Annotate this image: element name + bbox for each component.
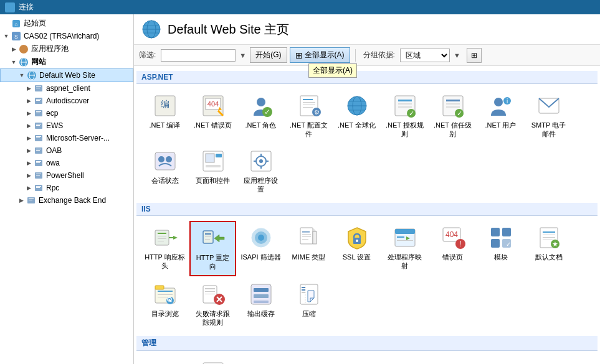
sidebar-item-sites[interactable]: ▼网站 xyxy=(0,55,133,68)
expand-arrow-defaultweb[interactable]: ▼ xyxy=(18,72,26,79)
svg-rect-135 xyxy=(543,231,555,233)
svg-rect-13 xyxy=(36,88,40,88)
icon-img-compress xyxy=(297,282,321,307)
icon-item-compress[interactable]: 压缩 xyxy=(285,278,332,332)
svg-rect-114 xyxy=(302,231,310,233)
icon-item-net-user[interactable]: i.NET 用户 xyxy=(477,89,524,143)
title-bar: 连接 xyxy=(0,0,600,14)
svg-rect-69 xyxy=(398,103,412,105)
icon-label-output-cache: 输出缓存 xyxy=(247,309,275,318)
icon-item-handler[interactable]: 处理程序映射 xyxy=(381,221,428,276)
expand-arrow-rpc[interactable]: ▶ xyxy=(25,184,32,192)
icon-item-net-global[interactable]: .NET 全球化 xyxy=(333,89,380,143)
sidebar-item-exchange[interactable]: ▶Exchange Back End xyxy=(0,194,133,207)
groupby-select[interactable]: 区域 xyxy=(400,49,450,62)
sidebar-label-ecp: ecp xyxy=(46,109,58,118)
icon-item-http-redirect[interactable]: HTTP 重定向 xyxy=(189,221,236,276)
page-header-icon xyxy=(141,19,161,39)
sidebar-item-ecp[interactable]: ▶ecp xyxy=(0,107,133,119)
icon-item-app-settings[interactable]: 应用程序设置 xyxy=(237,144,284,198)
sidebar-item-autodiscover[interactable]: ▶Autodiscover xyxy=(0,95,133,107)
expand-arrow-sites[interactable]: ▼ xyxy=(10,58,17,66)
expand-arrow-oab[interactable]: ▶ xyxy=(25,147,32,154)
content-area: Default Web Site 主页 筛选: ▼ 开始(G) ⊞ 全部显示(A… xyxy=(134,14,600,364)
svg-rect-98 xyxy=(158,233,166,234)
icon-item-smtp[interactable]: SMTP 电子邮件 xyxy=(525,89,572,143)
icon-img-dir-browse xyxy=(153,282,178,307)
start-button[interactable]: 开始(G) xyxy=(250,47,287,63)
icon-item-net-error[interactable]: 404.NET 错误页 xyxy=(189,89,236,143)
icon-item-config-editor[interactable]: 配置编辑器 xyxy=(189,356,236,364)
icon-item-mime[interactable]: MIME 类型 xyxy=(285,221,332,276)
svg-point-4 xyxy=(19,45,28,54)
groupby-label: 分组依据: xyxy=(363,50,395,60)
expand-arrow-powershell[interactable]: ▶ xyxy=(25,172,32,179)
tooltip: 全部显示(A) xyxy=(308,63,357,78)
svg-rect-40 xyxy=(29,200,32,200)
icon-label-net-config: .NET 配置文件 xyxy=(288,121,329,139)
expand-arrow-owa[interactable]: ▶ xyxy=(25,159,32,167)
icon-item-error-page[interactable]: 404!错误页 xyxy=(429,221,476,276)
sidebar-item-aspnet_client[interactable]: ▶aspnet_client xyxy=(0,82,133,95)
expand-arrow-ecp[interactable]: ▶ xyxy=(25,110,32,117)
expand-arrow-ews[interactable]: ▶ xyxy=(25,122,32,129)
icon-img-isapi xyxy=(249,225,274,250)
svg-point-119 xyxy=(356,240,358,242)
show-all-label: 全部显示(A) xyxy=(305,50,345,60)
icon-item-pages-controls[interactable]: 页面和控件 xyxy=(189,144,236,198)
icon-item-net-trust[interactable]: ✓.NET 信任级别 xyxy=(429,89,476,143)
expand-arrow-start[interactable] xyxy=(2,20,10,27)
expand-arrow-autodiscover[interactable]: ▶ xyxy=(25,97,32,105)
sidebar-item-microsoft[interactable]: ▶Microsoft-Server-... xyxy=(0,132,133,144)
svg-rect-159 xyxy=(254,301,269,303)
svg-rect-117 xyxy=(302,239,308,240)
expand-arrow-microsoft[interactable]: ▶ xyxy=(25,134,32,142)
sidebar-item-owa[interactable]: ▶owa xyxy=(0,157,133,169)
icon-label-net-compile: .NET 编译 xyxy=(150,121,181,129)
icon-item-modules[interactable]: ✓模块 xyxy=(477,221,524,276)
icon-item-failed-req[interactable]: 失败请求跟踪规则 xyxy=(189,278,236,332)
sidebar-item-cas02[interactable]: ▼SCAS02 (TRSA\richard) xyxy=(0,30,133,42)
icon-item-output-cache[interactable]: 输出缓存 xyxy=(237,278,284,332)
icon-label-session: 会话状态 xyxy=(151,176,179,185)
icon-item-net-role[interactable]: ✓.NET 角色 xyxy=(237,89,284,143)
view-icon-button[interactable]: ⊞ xyxy=(467,48,482,63)
icon-label-isapi: ISAPI 筛选器 xyxy=(240,253,280,261)
sidebar-icon-powershell xyxy=(34,170,44,180)
sidebar-icon-aspnet_client xyxy=(34,83,44,93)
show-all-button[interactable]: ⊞ 全部显示(A) xyxy=(290,47,350,63)
sidebar-label-autodiscover: Autodiscover xyxy=(46,96,89,105)
svg-rect-158 xyxy=(254,294,269,298)
svg-rect-163 xyxy=(302,289,305,291)
icon-img-handler xyxy=(393,225,417,250)
expand-arrow-aspnet_client[interactable]: ▶ xyxy=(25,85,32,92)
icon-item-net-config[interactable]: ⚙.NET 配置文件 xyxy=(285,89,332,143)
icon-item-net-auth[interactable]: ✓.NET 授权规则 xyxy=(381,89,428,143)
sidebar-label-oab: OAB xyxy=(46,146,62,155)
expand-arrow-apppool[interactable]: ▶ xyxy=(10,45,17,53)
icon-item-net-compile[interactable]: 编.NET 编译 xyxy=(141,89,188,143)
sidebar-item-start[interactable]: ⌂起始页 xyxy=(0,17,133,30)
sidebar-label-defaultweb: Default Web Site xyxy=(39,71,95,80)
icon-label-modules: 模块 xyxy=(494,253,508,261)
sidebar-item-apppool[interactable]: ▶应用程序池 xyxy=(0,42,133,55)
icon-item-iis-manager[interactable]: ✓IIS 管理器权限 xyxy=(141,356,188,364)
svg-rect-115 xyxy=(302,234,311,235)
sidebar-item-ews[interactable]: ▶EWS xyxy=(0,119,133,132)
icon-item-default-doc[interactable]: ★默认文档 xyxy=(525,221,572,276)
icon-item-http-response[interactable]: HTTP 响应标头 xyxy=(141,221,188,276)
icon-item-dir-browse[interactable]: 目录浏览 xyxy=(141,278,188,332)
filter-select[interactable] xyxy=(161,49,236,62)
sidebar-item-defaultweb[interactable]: ▼Default Web Site xyxy=(0,68,133,82)
section-header-ASP.NET: ASP.NET xyxy=(136,71,598,84)
expand-arrow-exchange[interactable]: ▶ xyxy=(17,197,25,204)
icon-item-isapi[interactable]: ISAPI 筛选器 xyxy=(237,221,284,276)
sidebar-item-powershell[interactable]: ▶PowerShell xyxy=(0,169,133,182)
sidebar-icon-exchange xyxy=(26,195,36,205)
sidebar-item-oab[interactable]: ▶OAB xyxy=(0,144,133,157)
icon-item-ssl[interactable]: SSL 设置 xyxy=(333,221,380,276)
sidebar-item-rpc[interactable]: ▶Rpc xyxy=(0,182,133,194)
expand-arrow-cas02[interactable]: ▼ xyxy=(2,32,10,40)
svg-rect-111 xyxy=(300,228,313,244)
icon-item-session[interactable]: 会话状态 xyxy=(141,144,188,198)
